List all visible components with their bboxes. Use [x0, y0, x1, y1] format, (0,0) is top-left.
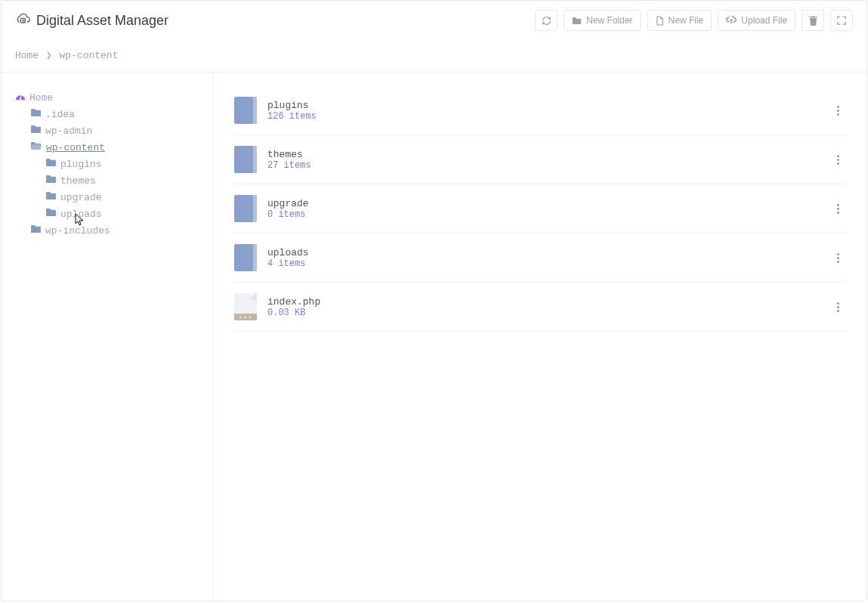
sidebar-item-label: wp-content	[46, 142, 105, 153]
breadcrumb-current[interactable]: wp-content	[59, 50, 118, 61]
list-item[interactable]: uploads 4 items	[233, 233, 847, 283]
sidebar-item-themes[interactable]: themes	[45, 172, 199, 189]
sidebar: Home .idea wp-admin	[2, 73, 213, 601]
item-meta: 126 items	[267, 111, 820, 122]
header-left: Digital Asset Manager	[15, 13, 168, 29]
folder-icon	[30, 224, 42, 237]
list-item-text: uploads 4 items	[267, 247, 820, 269]
upload-file-button[interactable]: Upload File	[718, 10, 795, 31]
header: Digital Asset Manager New Folder	[2, 1, 866, 39]
dashboard-icon	[15, 91, 26, 104]
trash-button[interactable]	[802, 10, 824, 31]
folder-icon	[30, 125, 42, 137]
folder-icon	[45, 191, 57, 203]
sidebar-item-plugins[interactable]: plugins	[45, 156, 199, 172]
sidebar-item-wp-content[interactable]: wp-content	[30, 139, 199, 156]
folder-icon	[45, 175, 57, 187]
file-icon	[656, 16, 664, 26]
sidebar-item-label: wp-admin	[45, 125, 92, 137]
item-menu-button[interactable]	[831, 302, 845, 312]
list-item-text: upgrade 0 items	[267, 198, 820, 220]
body: Home .idea wp-admin	[2, 72, 866, 601]
toolbar: New Folder New File Upload File	[535, 10, 853, 31]
item-meta: 4 items	[267, 258, 820, 269]
folder-open-icon	[30, 141, 42, 153]
item-name: upgrade	[267, 198, 820, 209]
list-item-text: themes 27 items	[267, 149, 820, 171]
chevron-right-icon: ❯	[46, 50, 51, 61]
folder-icon	[45, 208, 57, 220]
folder-icon	[30, 108, 42, 120]
app-window: Digital Asset Manager New Folder	[1, 0, 867, 601]
sidebar-item-label: .idea	[45, 109, 75, 120]
upload-file-label: Upload File	[741, 15, 787, 26]
trash-icon	[809, 16, 817, 26]
file-list: plugins 126 items themes 27 items upgrad…	[213, 73, 866, 601]
sidebar-item-label: plugins	[60, 159, 102, 170]
folder-large-icon	[234, 97, 257, 124]
sidebar-item-idea[interactable]: .idea	[30, 106, 199, 122]
sidebar-item-upgrade[interactable]: upgrade	[45, 189, 199, 206]
sidebar-item-wp-includes[interactable]: wp-includes	[30, 222, 199, 239]
folder-large-icon	[234, 146, 257, 173]
sidebar-item-label: themes	[60, 175, 96, 187]
folder-large-icon	[234, 244, 257, 271]
expand-icon	[837, 16, 846, 25]
new-file-button[interactable]: New File	[647, 10, 712, 31]
cloud-icon	[15, 13, 30, 28]
folder-icon	[45, 158, 57, 170]
list-item[interactable]: themes 27 items	[233, 135, 847, 184]
item-name: uploads	[267, 247, 820, 258]
sidebar-home-label: Home	[29, 92, 53, 104]
breadcrumb: Home ❯ wp-content	[2, 39, 866, 72]
item-menu-button[interactable]	[831, 106, 845, 116]
fullscreen-button[interactable]	[830, 10, 853, 31]
item-meta: 0.03 KB	[267, 308, 820, 318]
sidebar-item-label: wp-includes	[45, 225, 110, 237]
sidebar-home[interactable]: Home	[15, 89, 199, 106]
sidebar-item-wp-admin[interactable]: wp-admin	[30, 122, 199, 139]
list-item[interactable]: plugins 126 items	[233, 86, 847, 135]
list-item-text: plugins 126 items	[267, 100, 820, 122]
refresh-icon	[542, 16, 551, 26]
new-folder-button[interactable]: New Folder	[564, 10, 641, 31]
folder-large-icon	[234, 195, 257, 222]
item-name: plugins	[267, 100, 820, 111]
sidebar-item-label: upgrade	[60, 192, 102, 203]
folder-icon	[572, 17, 582, 25]
item-meta: 0 items	[267, 209, 820, 220]
item-menu-button[interactable]	[831, 204, 845, 214]
list-item[interactable]: index.php 0.03 KB	[233, 283, 847, 332]
item-meta: 27 items	[267, 160, 820, 171]
new-file-label: New File	[669, 15, 704, 26]
new-folder-label: New Folder	[586, 15, 632, 26]
file-large-icon	[234, 293, 257, 320]
item-name: index.php	[267, 296, 820, 308]
item-menu-button[interactable]	[831, 155, 845, 165]
sidebar-item-uploads[interactable]: uploads	[45, 206, 199, 222]
sidebar-item-label: uploads	[60, 209, 102, 220]
breadcrumb-home[interactable]: Home	[15, 50, 39, 61]
item-menu-button[interactable]	[831, 253, 845, 263]
upload-icon	[726, 16, 737, 25]
app-title: Digital Asset Manager	[36, 13, 168, 29]
list-item-text: index.php 0.03 KB	[267, 296, 820, 318]
refresh-button[interactable]	[535, 10, 558, 31]
list-item[interactable]: upgrade 0 items	[233, 184, 847, 233]
item-name: themes	[267, 149, 820, 160]
